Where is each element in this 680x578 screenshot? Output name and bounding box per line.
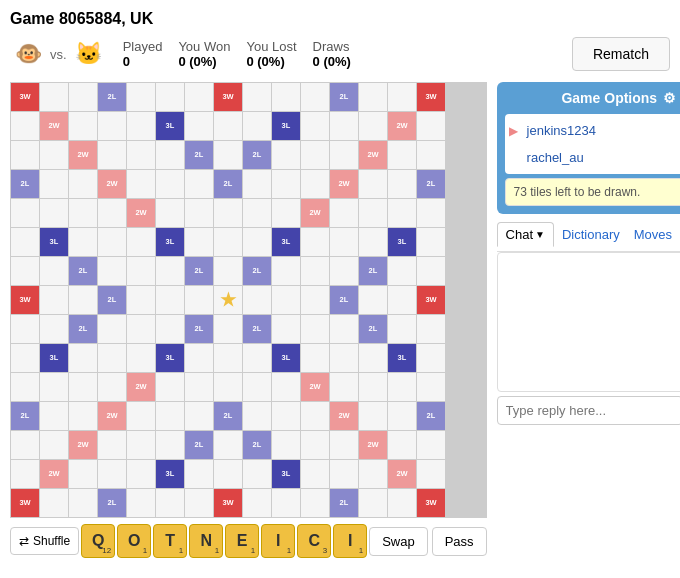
board-cell[interactable] — [11, 112, 39, 140]
board-cell[interactable] — [272, 373, 300, 401]
board-cell[interactable]: 2L — [417, 402, 445, 430]
board-cell[interactable]: 3L — [272, 112, 300, 140]
board-cell[interactable]: 2L — [330, 489, 358, 517]
board-cell[interactable]: 2L — [185, 141, 213, 169]
board-cell[interactable] — [127, 489, 155, 517]
board-cell[interactable] — [359, 402, 387, 430]
board-cell[interactable] — [417, 141, 445, 169]
board-cell[interactable]: 2W — [98, 402, 126, 430]
board-cell[interactable]: 3W — [11, 489, 39, 517]
board-cell[interactable]: 2L — [214, 170, 242, 198]
board-cell[interactable] — [243, 83, 271, 111]
board-cell[interactable] — [214, 141, 242, 169]
board-cell[interactable] — [98, 431, 126, 459]
board-cell[interactable] — [11, 257, 39, 285]
board-cell[interactable]: 2L — [330, 286, 358, 314]
board-cell[interactable]: 2W — [388, 112, 416, 140]
rack-tile[interactable]: E1 — [225, 524, 259, 558]
board-cell[interactable] — [127, 460, 155, 488]
board-cell[interactable] — [272, 170, 300, 198]
board-cell[interactable]: 2L — [98, 83, 126, 111]
board-cell[interactable]: 2W — [127, 373, 155, 401]
board-cell[interactable] — [214, 199, 242, 227]
board-cell[interactable]: 2L — [98, 286, 126, 314]
board-cell[interactable]: 2W — [301, 373, 329, 401]
board-cell[interactable] — [98, 344, 126, 372]
rack-tile[interactable]: Q12 — [81, 524, 115, 558]
board-cell[interactable] — [185, 286, 213, 314]
board-cell[interactable] — [272, 83, 300, 111]
board-cell[interactable]: 3L — [272, 228, 300, 256]
tab-moves[interactable]: Moves — [628, 223, 678, 246]
board-cell[interactable]: 2L — [11, 402, 39, 430]
board-cell[interactable] — [214, 257, 242, 285]
board-cell[interactable] — [301, 344, 329, 372]
board-cell[interactable]: 2L — [214, 402, 242, 430]
board-cell[interactable] — [98, 257, 126, 285]
board-cell[interactable] — [98, 460, 126, 488]
board-cell[interactable] — [417, 228, 445, 256]
board-cell[interactable] — [127, 170, 155, 198]
board-cell[interactable] — [11, 228, 39, 256]
board-cell[interactable]: 2L — [185, 257, 213, 285]
board-cell[interactable] — [69, 170, 97, 198]
tab-dictionary[interactable]: Dictionary — [556, 223, 626, 246]
board-cell[interactable] — [156, 315, 184, 343]
board-cell[interactable] — [359, 112, 387, 140]
board-cell[interactable] — [98, 373, 126, 401]
board-cell[interactable] — [417, 257, 445, 285]
board-cell[interactable]: 3L — [156, 344, 184, 372]
board-cell[interactable] — [214, 344, 242, 372]
board-cell[interactable]: 2L — [98, 489, 126, 517]
board-cell[interactable] — [69, 286, 97, 314]
board-cell[interactable] — [214, 431, 242, 459]
board-cell[interactable] — [69, 402, 97, 430]
board-cell[interactable] — [388, 257, 416, 285]
board-cell[interactable] — [40, 141, 68, 169]
board-cell[interactable] — [40, 83, 68, 111]
board-cell[interactable] — [272, 286, 300, 314]
board-cell[interactable]: 2L — [69, 315, 97, 343]
board-cell[interactable] — [417, 112, 445, 140]
board-cell[interactable] — [127, 286, 155, 314]
board-cell[interactable] — [272, 199, 300, 227]
board-cell[interactable] — [69, 228, 97, 256]
board-cell[interactable] — [388, 431, 416, 459]
board-cell[interactable] — [11, 199, 39, 227]
board-cell[interactable] — [417, 344, 445, 372]
board-cell[interactable]: 2W — [98, 170, 126, 198]
board-cell[interactable]: 3L — [156, 112, 184, 140]
board-cell[interactable] — [127, 228, 155, 256]
board-cell[interactable] — [301, 83, 329, 111]
board-cell[interactable] — [69, 83, 97, 111]
rack-tile[interactable]: I1 — [333, 524, 367, 558]
board-cell[interactable] — [127, 257, 155, 285]
board-cell[interactable] — [301, 228, 329, 256]
board-cell[interactable] — [388, 199, 416, 227]
board-cell[interactable]: 3W — [417, 83, 445, 111]
board-cell[interactable] — [185, 344, 213, 372]
board-cell[interactable] — [185, 83, 213, 111]
board-cell[interactable] — [11, 141, 39, 169]
board-cell[interactable] — [156, 199, 184, 227]
board-cell[interactable] — [272, 431, 300, 459]
board-cell[interactable] — [40, 199, 68, 227]
board-cell[interactable] — [272, 141, 300, 169]
board-cell[interactable]: 3L — [388, 228, 416, 256]
board-cell[interactable] — [272, 489, 300, 517]
board-cell[interactable] — [185, 489, 213, 517]
board-cell[interactable]: 2W — [359, 431, 387, 459]
board-cell[interactable] — [156, 257, 184, 285]
board-cell[interactable] — [243, 286, 271, 314]
board-cell[interactable] — [388, 373, 416, 401]
board-cell[interactable] — [330, 373, 358, 401]
board-cell[interactable] — [156, 489, 184, 517]
board-cell[interactable]: 3W — [214, 489, 242, 517]
board-cell[interactable] — [11, 460, 39, 488]
board-cell[interactable]: 3W — [11, 83, 39, 111]
board-cell[interactable] — [156, 83, 184, 111]
board-cell[interactable]: 2W — [40, 112, 68, 140]
board-cell[interactable]: 2L — [69, 257, 97, 285]
board-cell[interactable]: 2W — [40, 460, 68, 488]
board-cell[interactable] — [243, 460, 271, 488]
